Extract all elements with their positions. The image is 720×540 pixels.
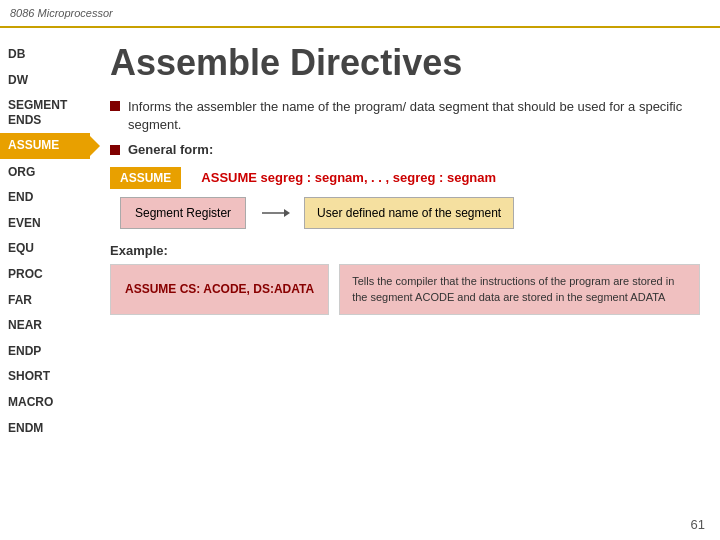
db-info-row: Informs the assembler the name of the pr… bbox=[110, 98, 700, 134]
general-form-label: General form: bbox=[128, 142, 213, 157]
example-section: Example: ASSUME CS: ACODE, DS:ADATA Tell… bbox=[110, 243, 700, 315]
sidebar-item-equ[interactable]: EQU bbox=[0, 237, 90, 261]
assume-syntax-text: ASSUME segreg : segnam, . . , segreg : s… bbox=[201, 170, 496, 185]
sidebar-item-end[interactable]: END bbox=[0, 186, 90, 210]
arrow-icon bbox=[260, 203, 290, 223]
segment-register-box: Segment Register bbox=[120, 197, 246, 229]
user-defined-box: User defined name of the segment bbox=[304, 197, 514, 229]
main-content: Assemble Directives Informs the assemble… bbox=[90, 28, 720, 540]
bullet-icon-2 bbox=[110, 145, 120, 155]
sidebar-item-macro[interactable]: MACRO bbox=[0, 391, 90, 415]
sidebar-item-assume[interactable]: ASSUME bbox=[0, 133, 90, 159]
sidebar-item-short[interactable]: SHORT bbox=[0, 365, 90, 389]
sidebar-item-endp[interactable]: ENDP bbox=[0, 340, 90, 364]
sidebar: DB DW SEGMENTENDS ASSUME ORG END EVEN EQ… bbox=[0, 28, 90, 540]
sidebar-item-even[interactable]: EVEN bbox=[0, 212, 90, 236]
page-title: Assemble Directives bbox=[110, 43, 700, 83]
sidebar-item-dw[interactable]: DW bbox=[0, 69, 90, 93]
bullet-icon bbox=[110, 101, 120, 111]
sidebar-item-near[interactable]: NEAR bbox=[0, 314, 90, 338]
example-row: ASSUME CS: ACODE, DS:ADATA Tells the com… bbox=[110, 264, 700, 315]
example-label: Example: bbox=[110, 243, 700, 258]
page-number: 61 bbox=[691, 517, 705, 532]
sidebar-item-far[interactable]: FAR bbox=[0, 289, 90, 313]
sidebar-item-proc[interactable]: PROC bbox=[0, 263, 90, 287]
example-description-box: Tells the compiler that the instructions… bbox=[339, 264, 700, 315]
sidebar-item-endm[interactable]: ENDM bbox=[0, 417, 90, 441]
top-bar: 8086 Microprocessor bbox=[0, 0, 720, 28]
sidebar-item-db[interactable]: DB bbox=[0, 43, 90, 67]
assume-heading-row: ASSUME ASSUME segreg : segnam, . . , seg… bbox=[110, 167, 700, 189]
sidebar-item-org[interactable]: ORG bbox=[0, 161, 90, 185]
top-bar-title: 8086 Microprocessor bbox=[10, 7, 113, 19]
sidebar-item-segment-ends[interactable]: SEGMENTENDS bbox=[0, 94, 90, 131]
general-form-row: General form: bbox=[110, 142, 700, 157]
svg-marker-1 bbox=[284, 209, 290, 217]
diagram-row: Segment Register User defined name of th… bbox=[120, 197, 700, 229]
example-code-box: ASSUME CS: ACODE, DS:ADATA bbox=[110, 264, 329, 315]
assume-heading-badge: ASSUME bbox=[110, 167, 181, 189]
db-info-text: Informs the assembler the name of the pr… bbox=[128, 98, 700, 134]
